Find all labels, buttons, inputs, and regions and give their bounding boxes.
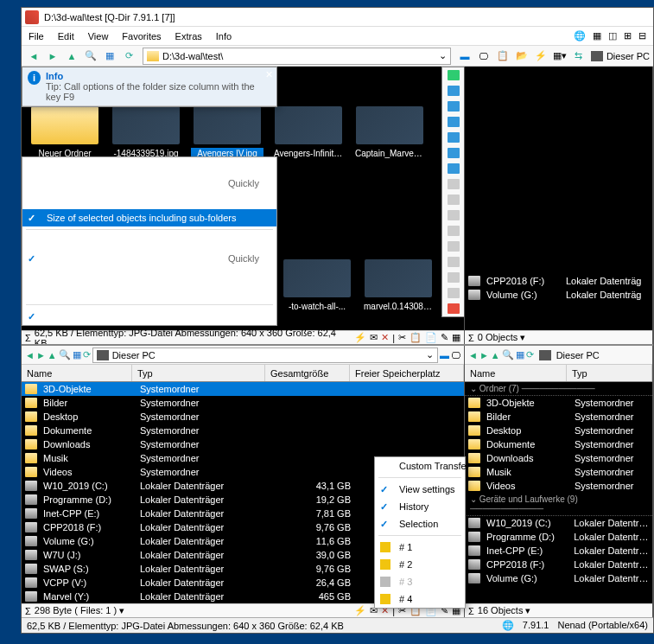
ctx-item[interactable]: # 3 [375, 573, 465, 590]
ctx-item[interactable]: ✓Size of selected objects including sub-… [22, 209, 276, 226]
thumb-item[interactable]: Neuer Ordner [29, 106, 101, 159]
list-item[interactable]: CPP2018 (F:)Lokaler Datenträg [465, 274, 652, 288]
menu-view[interactable]: View [88, 31, 109, 41]
list-item[interactable]: DownloadsSystemordner [22, 437, 464, 451]
fav-item[interactable]: Musik▸ [442, 145, 465, 161]
globe-icon[interactable]: 🌐 [574, 30, 586, 41]
back-icon[interactable]: ◄ [25, 48, 42, 65]
list-item[interactable]: DesktopSystemordner [465, 424, 652, 437]
list-item[interactable]: DokumenteSystemordner [22, 424, 464, 437]
fav-item[interactable]: W10_2019 (C:)▸ [442, 176, 465, 192]
list-item[interactable]: Programme (D:)Lokaler Datenträg [465, 530, 652, 544]
ctx-item[interactable]: # 2 [375, 556, 465, 573]
titlebar[interactable]: D:\3d-wal\test [Q-Dir 7.91.1 [7]] [22, 8, 653, 27]
layout3-icon[interactable]: ⊞ [624, 30, 632, 41]
fav-item[interactable]: Inet-CPP (E:)▸ [442, 207, 465, 223]
bl-status[interactable]: 298 Byte ( Files: 1 ) ▾ [35, 605, 124, 616]
dieser-pc-label[interactable]: Dieser PC [606, 51, 650, 61]
thumb-item[interactable]: -to-watch-all-... [281, 259, 353, 312]
layout4-icon[interactable]: ⊟ [638, 30, 646, 41]
fav-item[interactable]: Videos▸ [442, 161, 465, 176]
list-item[interactable]: CPP2018 (F:)Lokaler Datenträg [465, 558, 652, 571]
grid-icon[interactable]: ▦ [73, 349, 81, 360]
monitor-icon[interactable]: 🖵 [475, 48, 492, 65]
open-icon[interactable]: 📂 [513, 48, 530, 65]
col-typ[interactable]: Typ [567, 365, 652, 381]
ctx-item[interactable]: # 4 [375, 590, 465, 608]
col-free[interactable]: Freier Speicherplatz [350, 365, 464, 381]
list-item[interactable]: DesktopSystemordner [22, 410, 464, 424]
grid-icon[interactable]: ▦ [101, 48, 118, 65]
list-item[interactable]: 3D-ObjekteSystemordner [465, 396, 652, 410]
menu-extras[interactable]: Extras [175, 31, 202, 41]
list-item[interactable]: MusikSystemordner [465, 465, 652, 479]
view-icon[interactable]: ▦▾ [551, 48, 568, 65]
monitor-blue-icon[interactable]: ▬ [456, 48, 473, 65]
fav-item[interactable]: Bilder▸ [442, 83, 465, 99]
pane-br-rows[interactable]: ⌄ Ordner (7) ────────────3D-ObjekteSyste… [465, 382, 652, 603]
paste-icon[interactable]: 📋 [494, 48, 511, 65]
fav-item[interactable]: W7U (J:)▸ [442, 254, 465, 270]
list-item[interactable]: 3D-ObjekteSystemordner [22, 382, 464, 396]
list-item[interactable]: VideosSystemordner [465, 479, 652, 493]
ctx-item[interactable]: ✓History [375, 498, 465, 515]
menu-favorites[interactable]: Favorites [122, 31, 161, 41]
thumb-item[interactable]: -1484339519.jpg [110, 106, 182, 159]
globe-icon[interactable]: 🌐 [502, 620, 514, 631]
up-icon[interactable]: ▲ [48, 350, 57, 360]
list-item[interactable]: BilderSystemordner [465, 410, 652, 424]
ctx-item[interactable]: ✓Simple & fast object countQuickly [22, 250, 276, 267]
search-icon[interactable]: 🔍 [82, 48, 99, 65]
ctx-item[interactable]: Selected objects [22, 157, 276, 175]
menu-edit[interactable]: Edit [58, 31, 74, 41]
ctx-item[interactable]: Size of objects in Folder including sub-… [22, 284, 276, 302]
fav-item[interactable]: Volume (G:)▸ [442, 239, 465, 254]
sync-icon[interactable]: ⇆ [570, 48, 587, 65]
ctx-item[interactable]: Custom Transfer [375, 457, 465, 475]
menu-info[interactable]: Info [216, 31, 232, 41]
fav-item[interactable]: Downloads▸ [442, 130, 465, 145]
tr-objcount[interactable]: 0 Objects ▾ [478, 332, 526, 343]
pane-bl-cols[interactable]: Name Typ Gesamtgröße Freier Speicherplat… [22, 365, 464, 382]
ctx-item[interactable]: ✓Highlighted when active [22, 308, 276, 325]
ctx-item[interactable]: ✓View settings [375, 481, 465, 498]
pane-bl-address[interactable]: Dieser PC ⌄ [92, 348, 438, 363]
layout1-icon[interactable]: ▦ [593, 30, 601, 41]
col-size[interactable]: Gesamtgröße [265, 365, 350, 381]
ctx-item[interactable]: If no object is selected [22, 233, 276, 250]
col-name[interactable]: Name [465, 365, 567, 381]
thumb-item[interactable]: marvel.0.14308327... [362, 259, 435, 312]
fav-item[interactable]: Dokumente▸ [442, 114, 465, 130]
list-item[interactable]: W10_2019 (C:)Lokaler Datenträg [465, 516, 652, 530]
thumb-item[interactable]: Avengers-Infinity-... [272, 106, 345, 159]
list-item[interactable]: DokumenteSystemordner [465, 437, 652, 451]
back-icon[interactable]: ◄ [25, 350, 35, 360]
ctx-item[interactable]: ✓Selection [375, 515, 465, 532]
ctx-item[interactable]: Simple & fast object countQuickly [22, 175, 276, 192]
address-bar[interactable]: D:\3d-wal\test\ ⌄ [143, 48, 451, 65]
ctx-item[interactable]: Size of the objects in Folder [22, 267, 276, 284]
close-icon[interactable]: ✕ [265, 69, 273, 80]
fav-item[interactable]: VCPP (V:)▸ [442, 285, 465, 301]
list-item[interactable]: Inet-CPP (E:)Lokaler Datenträg [465, 544, 652, 558]
ctx-item[interactable]: # 1 [375, 539, 465, 556]
run-icon[interactable]: ⚡ [532, 48, 549, 65]
fwd-icon[interactable]: ► [44, 48, 61, 65]
chevron-down-icon[interactable]: ⌄ [439, 50, 447, 61]
list-item[interactable]: DownloadsSystemordner [465, 451, 652, 465]
refresh-icon[interactable]: ⟳ [120, 48, 137, 65]
thumb-item[interactable]: Avengers IV.jpg [191, 106, 264, 159]
up-icon[interactable]: ▲ [63, 48, 80, 65]
search-icon[interactable]: 🔍 [59, 349, 71, 360]
thumb-item[interactable]: Captain_Marvel.jpg [353, 106, 426, 159]
ctx-item[interactable]: Size of the selected objects [22, 192, 276, 209]
col-name[interactable]: Name [22, 365, 132, 381]
fav-item[interactable]: Marvel (Y:)▸ [442, 301, 465, 316]
list-item[interactable]: BilderSystemordner [22, 396, 464, 410]
list-item[interactable]: Volume (G:)Lokaler Datenträg [465, 571, 652, 585]
list-item[interactable]: Volume (G:)Lokaler Datenträg [465, 288, 652, 302]
col-typ[interactable]: Typ [132, 365, 265, 381]
menu-file[interactable]: File [29, 31, 44, 41]
layout2-icon[interactable]: ◫ [608, 30, 617, 41]
br-status[interactable]: 16 Objects ▾ [478, 605, 531, 616]
